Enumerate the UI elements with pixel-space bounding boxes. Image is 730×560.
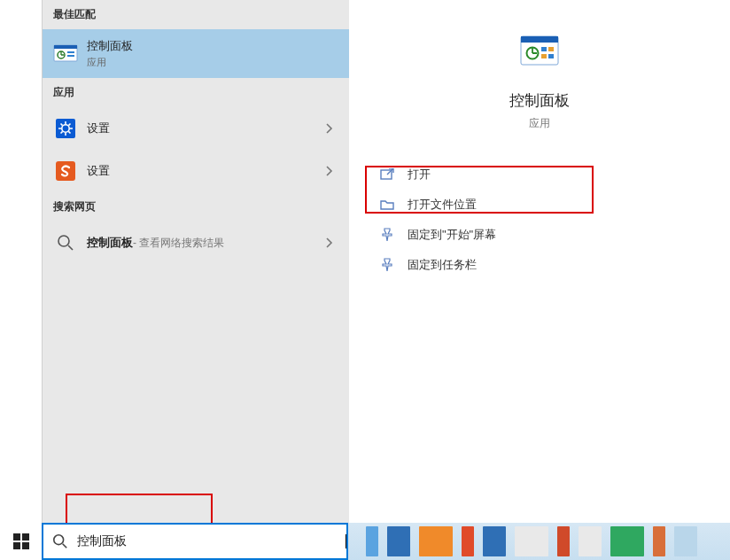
result-title: 设置 (87, 121, 338, 136)
open-icon (379, 167, 395, 183)
svg-rect-3 (67, 51, 74, 53)
svg-point-21 (54, 535, 64, 545)
result-settings-windows[interactable]: 设置 (43, 107, 349, 150)
control-panel-icon-large (520, 35, 559, 74)
taskbar-item[interactable] (462, 526, 474, 556)
section-best-match: 最佳匹配 (43, 0, 349, 29)
action-pin-taskbar[interactable]: 固定到任务栏 (349, 250, 730, 280)
taskbar-item[interactable] (579, 526, 602, 556)
pin-icon (379, 227, 395, 243)
result-control-panel[interactable]: 控制面板 应用 (43, 29, 349, 78)
svg-rect-18 (22, 533, 29, 541)
taskbar-item[interactable] (366, 526, 378, 556)
result-settings-sogou[interactable]: 设置 (43, 150, 349, 192)
taskbar-item[interactable] (387, 526, 410, 556)
svg-rect-1 (54, 45, 77, 49)
result-title: 控制面板 (87, 235, 133, 251)
chevron-right-icon (326, 166, 333, 176)
action-label: 打开文件位置 (408, 197, 477, 213)
taskbar-item[interactable] (674, 526, 697, 556)
text-cursor (346, 534, 346, 548)
taskbar-running-apps (348, 523, 730, 560)
svg-rect-17 (13, 533, 20, 541)
chevron-right-icon (326, 237, 333, 248)
sogou-icon (53, 159, 78, 183)
search-icon (43, 533, 77, 549)
folder-icon (379, 197, 395, 213)
action-label: 固定到"开始"屏幕 (408, 227, 496, 243)
search-box[interactable]: 控制面板 (42, 523, 348, 560)
section-web: 搜索网页 (43, 192, 349, 222)
search-icon (53, 230, 78, 255)
result-sub: 应用 (87, 56, 338, 69)
chevron-right-icon (326, 123, 333, 134)
preview-panel: 控制面板 应用 打开 打开文件位置 固定到"开始"屏幕 固定到任务栏 (349, 0, 730, 523)
result-web-search[interactable]: 控制面板 - 查看网络搜索结果 (43, 222, 349, 264)
taskbar: 控制面板 (0, 523, 730, 560)
svg-rect-15 (548, 54, 554, 58)
result-title: 设置 (87, 163, 338, 179)
taskbar-item[interactable] (653, 526, 665, 556)
control-panel-icon (53, 42, 78, 66)
action-pin-start[interactable]: 固定到"开始"屏幕 (349, 220, 730, 250)
search-input[interactable]: 控制面板 (77, 533, 345, 549)
gear-icon (53, 116, 78, 141)
windows-icon (13, 533, 29, 549)
start-button[interactable] (0, 523, 42, 560)
action-label: 固定到任务栏 (408, 257, 477, 273)
svg-rect-14 (541, 54, 547, 58)
result-suffix: - 查看网络搜索结果 (133, 236, 224, 251)
taskbar-item[interactable] (483, 526, 506, 556)
svg-rect-4 (67, 55, 74, 57)
result-title: 控制面板 (87, 38, 338, 54)
taskbar-item[interactable] (557, 526, 570, 556)
search-results-panel: 最佳匹配 控制面板 应用 应用 (42, 0, 349, 523)
taskbar-item[interactable] (515, 526, 548, 556)
preview-title: 控制面板 (349, 90, 730, 111)
taskbar-item[interactable] (610, 526, 644, 556)
action-open-location[interactable]: 打开文件位置 (349, 190, 730, 220)
pin-icon (379, 257, 395, 273)
svg-rect-20 (22, 542, 29, 549)
svg-rect-13 (548, 47, 554, 51)
preview-actions: 打开 打开文件位置 固定到"开始"屏幕 固定到任务栏 (349, 159, 730, 280)
svg-point-8 (58, 236, 69, 246)
preview-sub: 应用 (349, 116, 730, 131)
svg-rect-19 (13, 542, 20, 549)
svg-rect-10 (521, 36, 558, 43)
taskbar-item[interactable] (419, 526, 453, 556)
action-open[interactable]: 打开 (349, 159, 730, 190)
section-apps: 应用 (43, 78, 349, 107)
svg-rect-12 (541, 47, 547, 51)
action-label: 打开 (408, 167, 431, 183)
